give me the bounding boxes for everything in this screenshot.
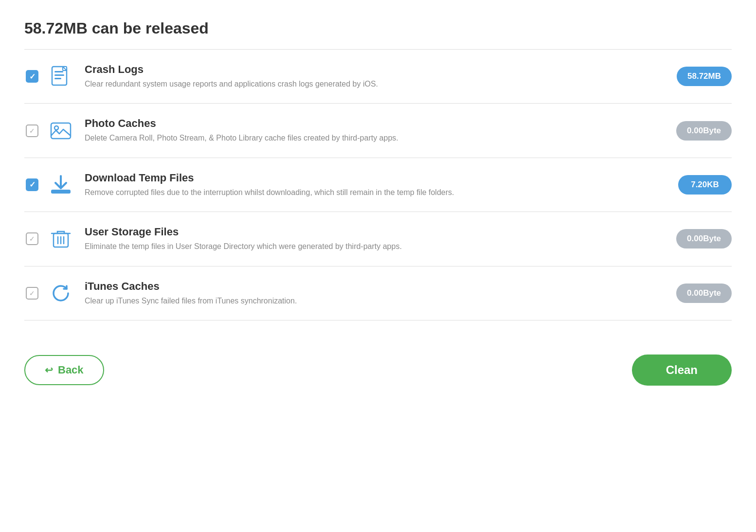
list-item: Photo CachesDelete Camera Roll, Photo St… xyxy=(24,104,732,158)
download-icon xyxy=(48,172,74,198)
item-title: User Storage Files xyxy=(85,226,662,238)
checkbox-photo-caches[interactable] xyxy=(24,123,40,139)
item-content: Photo CachesDelete Camera Roll, Photo St… xyxy=(85,117,662,143)
checkbox-download-temp[interactable] xyxy=(24,177,40,193)
item-content: Crash LogsClear redundant system usage r… xyxy=(85,63,662,89)
item-description: Remove corrupted files due to the interr… xyxy=(85,187,664,198)
list-item: Download Temp FilesRemove corrupted file… xyxy=(24,158,732,212)
item-size-badge: 0.00Byte xyxy=(676,284,732,303)
page-title: 58.72MB can be released xyxy=(24,19,732,37)
svg-rect-3 xyxy=(54,74,64,76)
svg-rect-8 xyxy=(51,190,71,194)
item-size-badge: 7.20KB xyxy=(678,175,732,195)
item-content: User Storage FilesEliminate the temp fil… xyxy=(85,226,662,252)
list-item: User Storage FilesEliminate the temp fil… xyxy=(24,212,732,266)
clean-button[interactable]: Clean xyxy=(632,355,732,386)
item-description: Clear redundant system usage reports and… xyxy=(85,79,662,89)
checkbox-user-storage[interactable] xyxy=(24,231,40,247)
svg-rect-6 xyxy=(51,123,71,139)
checkbox-itunes-caches[interactable] xyxy=(24,285,40,301)
document-icon xyxy=(48,63,74,89)
back-label: Back xyxy=(58,364,84,376)
item-size-badge: 58.72MB xyxy=(677,67,732,86)
item-title: Download Temp Files xyxy=(85,172,664,184)
trash-icon xyxy=(48,226,74,252)
item-content: Download Temp FilesRemove corrupted file… xyxy=(85,172,664,198)
svg-rect-4 xyxy=(54,78,61,79)
svg-rect-2 xyxy=(54,71,63,72)
item-description: Delete Camera Roll, Photo Stream, & Phot… xyxy=(85,133,662,143)
item-title: Crash Logs xyxy=(85,63,662,76)
items-list: Crash LogsClear redundant system usage r… xyxy=(24,50,732,320)
item-title: Photo Caches xyxy=(85,117,662,130)
item-content: iTunes CachesClear up iTunes Sync failed… xyxy=(85,280,662,306)
item-title: iTunes Caches xyxy=(85,280,662,293)
list-item: iTunes CachesClear up iTunes Sync failed… xyxy=(24,266,732,320)
clean-label: Clean xyxy=(666,363,698,376)
list-item: Crash LogsClear redundant system usage r… xyxy=(24,50,732,104)
item-description: Eliminate the temp files in User Storage… xyxy=(85,241,662,252)
photo-icon xyxy=(48,118,74,144)
footer: ↩ Back Clean xyxy=(24,345,732,395)
checkbox-crash-logs[interactable] xyxy=(24,69,40,84)
item-size-badge: 0.00Byte xyxy=(676,229,732,248)
item-description: Clear up iTunes Sync failed files from i… xyxy=(85,296,662,306)
back-button[interactable]: ↩ Back xyxy=(24,355,104,385)
item-size-badge: 0.00Byte xyxy=(676,121,732,141)
back-arrow-icon: ↩ xyxy=(45,364,53,376)
refresh-icon xyxy=(48,280,74,306)
